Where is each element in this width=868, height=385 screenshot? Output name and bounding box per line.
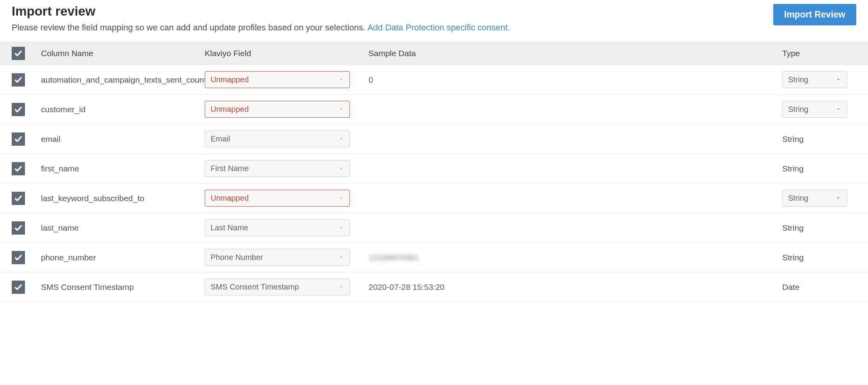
type-select[interactable]: String bbox=[782, 190, 847, 207]
klaviyo-field-select[interactable]: Email bbox=[205, 131, 350, 147]
sample-data-cell: 2020-07-28 15:53:20 bbox=[368, 283, 782, 292]
chevron-down-icon bbox=[836, 194, 841, 203]
check-icon bbox=[14, 164, 23, 173]
type-value: String bbox=[782, 223, 804, 232]
chevron-down-icon bbox=[338, 195, 344, 201]
select-all-checkbox[interactable] bbox=[12, 47, 25, 60]
row-checkbox[interactable] bbox=[12, 132, 25, 146]
klaviyo-field-cell: Phone Number bbox=[205, 249, 368, 266]
data-protection-link[interactable]: Add Data Protection specific consent. bbox=[367, 23, 510, 32]
klaviyo-field-cell: Email bbox=[205, 131, 368, 147]
table-row: last_keyword_subscribed_toUnmappedString bbox=[0, 184, 868, 213]
table-row: phone_numberPhone Number12109970361Strin… bbox=[0, 243, 868, 272]
select-value: Unmapped bbox=[211, 75, 249, 84]
klaviyo-field-select[interactable]: Unmapped bbox=[205, 101, 350, 118]
klaviyo-field-select[interactable]: Phone Number bbox=[205, 249, 350, 266]
row-checkbox[interactable] bbox=[12, 251, 25, 264]
check-icon bbox=[14, 49, 23, 58]
type-value: String bbox=[782, 134, 804, 143]
chevron-down-icon bbox=[338, 77, 344, 82]
chevron-down-icon bbox=[836, 77, 841, 82]
select-value: String bbox=[788, 75, 808, 84]
klaviyo-field-select[interactable]: Unmapped bbox=[205, 190, 350, 207]
check-icon bbox=[14, 76, 23, 84]
page-subtitle-line: Please review the field mapping so we ca… bbox=[12, 21, 765, 34]
page-title: Import review bbox=[12, 4, 765, 19]
column-name-cell: phone_number bbox=[41, 253, 205, 262]
row-checkbox[interactable] bbox=[12, 192, 25, 205]
select-value: String bbox=[788, 194, 808, 203]
row-checkbox-cell bbox=[12, 132, 41, 146]
type-cell: String bbox=[782, 101, 856, 118]
klaviyo-field-select[interactable]: Last Name bbox=[205, 219, 350, 236]
header-text-block: Import review Please review the field ma… bbox=[12, 4, 765, 34]
table-header-row: Column Name Klaviyo Field Sample Data Ty… bbox=[0, 42, 868, 65]
table-row: first_nameFirst NameString bbox=[0, 154, 868, 184]
table-row: customer_idUnmappedString bbox=[0, 95, 868, 124]
chevron-down-icon bbox=[338, 106, 344, 112]
type-cell: String bbox=[782, 134, 856, 144]
row-checkbox[interactable] bbox=[12, 221, 25, 235]
sample-data-value: 0 bbox=[368, 75, 373, 84]
chevron-down-icon bbox=[338, 225, 344, 230]
table-row: SMS Consent TimestampSMS Consent Timesta… bbox=[0, 272, 868, 302]
chevron-down-icon bbox=[338, 75, 344, 84]
import-review-page: Import review Please review the field ma… bbox=[0, 0, 868, 306]
page-subtitle: Please review the field mapping so we ca… bbox=[12, 23, 365, 32]
select-value: Unmapped bbox=[211, 105, 249, 114]
select-value: String bbox=[788, 105, 808, 114]
table-row: last_nameLast NameString bbox=[0, 213, 868, 243]
chevron-down-icon bbox=[338, 223, 344, 232]
row-checkbox[interactable] bbox=[12, 103, 25, 116]
row-checkbox-cell bbox=[12, 162, 41, 175]
type-value: Date bbox=[782, 283, 799, 291]
klaviyo-field-cell: Unmapped bbox=[205, 71, 368, 88]
klaviyo-field-select[interactable]: Unmapped bbox=[205, 71, 350, 88]
klaviyo-field-cell: SMS Consent Timestamp bbox=[205, 279, 368, 295]
type-value: String bbox=[782, 164, 804, 173]
type-select[interactable]: String bbox=[782, 71, 847, 88]
chevron-down-icon bbox=[338, 283, 344, 291]
select-value: Last Name bbox=[211, 223, 248, 232]
chevron-down-icon bbox=[338, 136, 344, 141]
sample-data-value: 12109970361 bbox=[368, 253, 418, 262]
row-checkbox[interactable] bbox=[12, 281, 25, 294]
type-cell: String bbox=[782, 164, 856, 173]
row-checkbox-cell bbox=[12, 192, 41, 205]
check-icon bbox=[14, 253, 23, 262]
type-cell: String bbox=[782, 190, 856, 207]
check-icon bbox=[14, 224, 23, 232]
chevron-down-icon bbox=[338, 254, 344, 260]
type-cell: Date bbox=[782, 283, 856, 292]
column-name-cell: last_keyword_subscribed_to bbox=[41, 194, 205, 203]
import-review-button[interactable]: Import Review bbox=[773, 4, 856, 25]
klaviyo-field-select[interactable]: First Name bbox=[205, 160, 350, 177]
row-checkbox[interactable] bbox=[12, 162, 25, 175]
sample-data-cell: 0 bbox=[368, 75, 782, 85]
check-icon bbox=[14, 194, 23, 203]
chevron-down-icon bbox=[338, 105, 344, 114]
select-value: SMS Consent Timestamp bbox=[211, 283, 299, 291]
klaviyo-field-select[interactable]: SMS Consent Timestamp bbox=[205, 279, 350, 295]
sample-data-value: 2020-07-28 15:53:20 bbox=[368, 283, 445, 291]
type-value: String bbox=[782, 253, 804, 262]
klaviyo-field-cell: Unmapped bbox=[205, 190, 368, 207]
header-sample-data: Sample Data bbox=[368, 49, 782, 58]
column-name-cell: automation_and_campaign_texts_sent_count bbox=[41, 75, 205, 85]
select-value: Phone Number bbox=[211, 253, 263, 262]
chevron-down-icon bbox=[338, 284, 344, 290]
chevron-down-icon bbox=[338, 164, 344, 173]
table-row: automation_and_campaign_texts_sent_count… bbox=[0, 65, 868, 95]
row-checkbox[interactable] bbox=[12, 73, 25, 87]
chevron-down-icon bbox=[836, 75, 841, 84]
header-type: Type bbox=[782, 49, 856, 58]
chevron-down-icon bbox=[338, 194, 344, 203]
select-value: Unmapped bbox=[211, 194, 249, 203]
row-checkbox-cell bbox=[12, 221, 41, 235]
check-icon bbox=[14, 135, 23, 143]
type-select[interactable]: String bbox=[782, 101, 847, 118]
chevron-down-icon bbox=[836, 105, 841, 114]
type-cell: String bbox=[782, 223, 856, 233]
column-name-cell: SMS Consent Timestamp bbox=[41, 283, 205, 292]
column-name-cell: last_name bbox=[41, 223, 205, 233]
